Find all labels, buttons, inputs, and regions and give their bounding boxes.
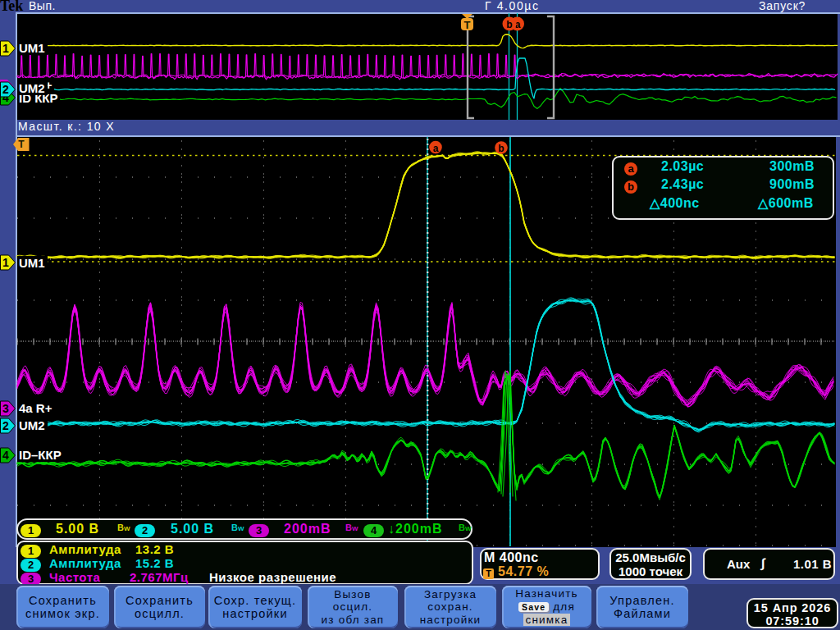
svg-text:2: 2	[2, 419, 9, 432]
svg-text:1: 1	[2, 256, 9, 269]
svg-text:T: T	[18, 139, 25, 150]
svg-text:3: 3	[2, 402, 9, 415]
svg-text:a: a	[433, 143, 439, 154]
svg-text:b: b	[498, 143, 504, 154]
svg-text:1: 1	[2, 42, 9, 55]
svg-text:T: T	[464, 19, 471, 31]
svg-text:b: b	[506, 19, 512, 30]
svg-text:2: 2	[2, 83, 9, 96]
svg-text:4: 4	[2, 449, 9, 462]
